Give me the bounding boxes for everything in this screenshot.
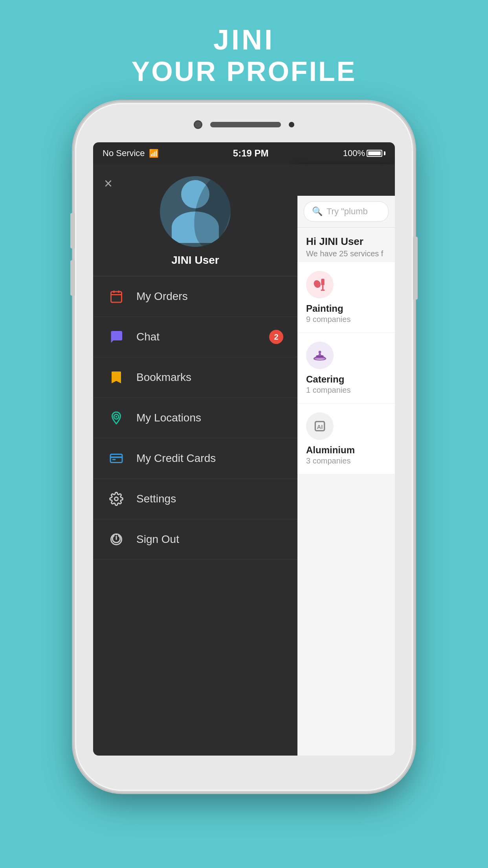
sidebar-item-label: My Orders: [136, 290, 188, 303]
greeting-area: Hi JINI User We have 25 services f: [297, 228, 395, 262]
painting-icon-circle: [306, 271, 334, 298]
svg-rect-8: [112, 459, 116, 460]
svg-rect-12: [321, 279, 324, 285]
sensor-dot: [289, 122, 294, 127]
chat-badge: 2: [269, 330, 283, 344]
close-button[interactable]: ×: [104, 175, 112, 192]
sidebar-item-label: My Locations: [136, 412, 201, 424]
creditcard-icon: [107, 449, 125, 467]
sidebar-item-label: My Credit Cards: [136, 452, 216, 465]
service-name: Painting: [306, 303, 343, 314]
avatar-area: JINI User: [93, 164, 297, 276]
page-header: JINI YOUR PROFILE: [131, 24, 356, 87]
menu-panel: × JINI User: [93, 164, 297, 756]
greeting-subtitle: We have 25 services f: [306, 249, 386, 258]
services-list: Painting 9 companies: [297, 262, 395, 756]
battery-tip: [384, 151, 385, 155]
phone-top-bar: [194, 120, 294, 129]
volume-down-button[interactable]: [70, 260, 75, 296]
svg-text:AI: AI: [317, 423, 323, 430]
search-icon: 🔍: [312, 206, 323, 217]
power-button[interactable]: [413, 237, 418, 300]
screen-content: × JINI User: [93, 164, 395, 756]
svg-rect-6: [110, 454, 122, 463]
svg-point-15: [312, 279, 322, 289]
service-name: Catering: [306, 374, 344, 385]
bookmark-icon: [107, 368, 125, 386]
sidebar-item-label: Chat: [136, 331, 160, 343]
avatar: [160, 176, 231, 247]
sidebar-item-chat[interactable]: Chat 2: [93, 317, 297, 357]
main-top-bar: [297, 164, 395, 196]
location-icon: [107, 409, 125, 427]
search-placeholder: Try "plumb: [327, 206, 368, 217]
sidebar-item-settings[interactable]: Settings: [93, 479, 297, 519]
sidebar-item-my-credit-cards[interactable]: My Credit Cards: [93, 438, 297, 479]
svg-rect-13: [322, 285, 323, 290]
service-card-painting[interactable]: Painting 9 companies: [297, 262, 395, 333]
phone-screen: No Service 📶 5:19 PM 100% ×: [93, 142, 395, 756]
service-name: Aluminium: [306, 445, 355, 456]
tagline: YOUR PROFILE: [131, 56, 356, 87]
svg-point-5: [116, 416, 117, 418]
search-input-box[interactable]: 🔍 Try "plumb: [304, 201, 389, 222]
svg-point-9: [115, 497, 118, 501]
phone-frame: No Service 📶 5:19 PM 100% ×: [75, 103, 413, 791]
status-left: No Service 📶: [103, 148, 159, 158]
time-label: 5:19 PM: [233, 148, 269, 159]
sidebar-item-label: Settings: [136, 493, 176, 505]
service-card-aluminium[interactable]: AI Aluminium 3 companies: [297, 404, 395, 474]
status-bar: No Service 📶 5:19 PM 100%: [93, 142, 395, 164]
sidebar-item-bookmarks[interactable]: Bookmarks: [93, 357, 297, 398]
greeting-title: Hi JINI User: [306, 235, 386, 248]
search-area: 🔍 Try "plumb: [297, 196, 395, 228]
speaker: [210, 122, 281, 127]
main-panel: 🔍 Try "plumb Hi JINI User We have 25 ser…: [297, 164, 395, 756]
battery-area: 100%: [343, 148, 385, 158]
battery-percent: 100%: [343, 148, 365, 158]
service-count: 1 companies: [306, 386, 350, 395]
sidebar-item-label: Sign Out: [136, 533, 179, 546]
service-card-catering[interactable]: Catering 1 companies: [297, 333, 395, 404]
camera-icon: [194, 120, 202, 129]
user-name: JINI User: [171, 254, 219, 267]
svg-point-18: [319, 351, 321, 353]
sidebar-item-my-orders[interactable]: My Orders: [93, 276, 297, 317]
battery-fill: [368, 151, 381, 155]
sidebar-item-my-locations[interactable]: My Locations: [93, 398, 297, 438]
wifi-icon: 📶: [149, 149, 159, 158]
volume-up-button[interactable]: [70, 213, 75, 248]
settings-icon: [107, 490, 125, 508]
sidebar-item-label: Bookmarks: [136, 371, 191, 384]
signout-icon: [107, 530, 125, 548]
catering-icon-circle: [306, 342, 334, 369]
battery-bar: [367, 150, 382, 157]
service-count: 9 companies: [306, 315, 350, 324]
carrier-label: No Service: [103, 148, 145, 158]
chat-icon: [107, 328, 125, 346]
app-name: JINI: [131, 24, 356, 56]
service-count: 3 companies: [306, 456, 350, 465]
sidebar-item-sign-out[interactable]: Sign Out: [93, 519, 297, 560]
svg-rect-0: [111, 292, 122, 302]
aluminium-icon-circle: AI: [306, 412, 334, 440]
svg-rect-14: [321, 290, 325, 291]
calendar-icon: [107, 287, 125, 305]
